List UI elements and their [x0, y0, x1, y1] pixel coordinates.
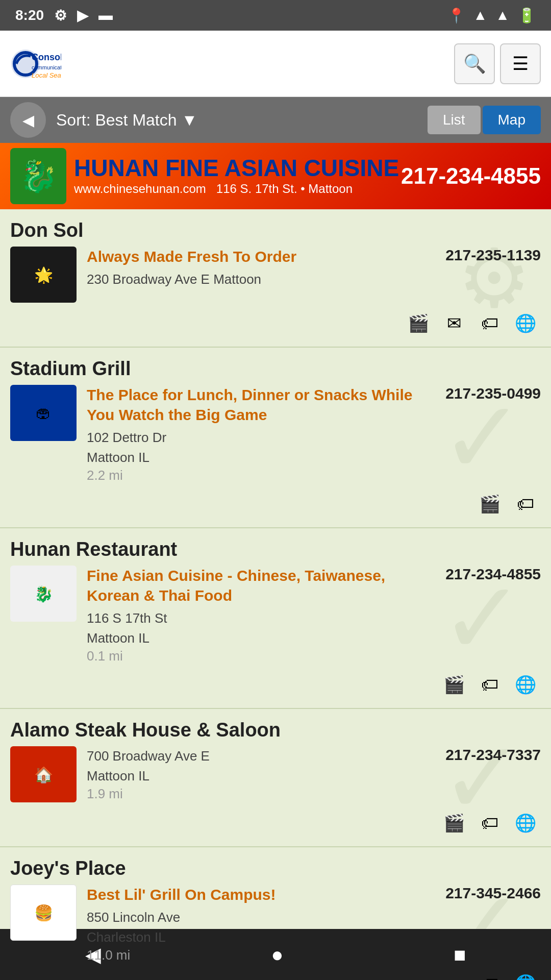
consolidated-logo: Consolidated communications Local Search	[10, 46, 61, 82]
tag-icon[interactable]: 🏷	[474, 807, 505, 838]
listing-item[interactable]: ⚙ Don Sol 🌟 Always Made Fresh To Order 2…	[0, 209, 551, 348]
listing-thumbnail: 🏠	[10, 746, 77, 802]
banner-ad[interactable]: 🐉 HUNAN FINE ASIAN CUISINE www.chinesehu…	[0, 143, 551, 209]
listing-name: Joey's Place	[10, 857, 541, 879]
listing-tagline: The Place for Lunch, Dinner or Snacks Wh…	[87, 385, 435, 425]
tag-icon[interactable]: 🏷	[510, 488, 541, 519]
listing-tagline: Best Lil' Grill On Campus!	[87, 885, 435, 904]
banner-address: www.chinesehunan.com 116 S. 17th St. • M…	[74, 182, 401, 196]
menu-button[interactable]: ☰	[500, 43, 541, 84]
header: Consolidated communications Local Search…	[0, 31, 551, 97]
globe-icon[interactable]: 🌐	[510, 968, 541, 980]
film-icon[interactable]: 🎬	[474, 488, 505, 519]
listing-info: Best Lil' Grill On Campus! 850 Lincoln A…	[87, 885, 435, 963]
svg-text:Local Search: Local Search	[32, 71, 61, 79]
listing-distance: 11.0 mi	[87, 947, 435, 963]
listing-distance: 0.1 mi	[87, 648, 435, 664]
listings-container: ⚙ Don Sol 🌟 Always Made Fresh To Order 2…	[0, 209, 551, 980]
listing-address: 116 S 17th StMattoon IL	[87, 608, 435, 648]
play-icon: ▶	[77, 7, 88, 24]
logo-area: Consolidated communications Local Search	[10, 46, 61, 82]
globe-icon[interactable]: 🌐	[510, 669, 541, 700]
back-icon: ◀	[22, 111, 34, 129]
listing-name: Hunan Restaurant	[10, 538, 541, 560]
header-actions: 🔍 ☰	[454, 43, 541, 84]
banner-text: HUNAN FINE ASIAN CUISINE www.chinesehuna…	[74, 156, 401, 196]
listing-thumbnail: 🍔	[10, 885, 77, 941]
svg-text:communications: communications	[32, 64, 61, 70]
listing-tagline: Always Made Fresh To Order	[87, 247, 435, 266]
listing-address: 230 Broadway Ave E Mattoon	[87, 270, 435, 289]
tag-icon[interactable]: 🏷	[474, 968, 505, 980]
globe-icon[interactable]: 🌐	[510, 308, 541, 338]
battery-icon: 🔋	[518, 7, 536, 24]
listing-name: Don Sol	[10, 219, 541, 241]
listing-phone[interactable]: 217-234-4855	[445, 566, 541, 583]
svg-text:Consolidated: Consolidated	[32, 52, 61, 62]
film-icon[interactable]: 🎬	[439, 669, 469, 700]
listing-thumbnail: 🌟	[10, 247, 77, 303]
banner-title: HUNAN FINE ASIAN CUISINE	[74, 156, 401, 180]
banner-dragon-icon: 🐉	[10, 148, 66, 204]
listing-phone[interactable]: 217-234-7337	[445, 746, 541, 764]
listing-distance: 2.2 mi	[87, 468, 435, 483]
listing-thumbnail: 🏟	[10, 385, 77, 441]
envelope-icon[interactable]: ✉	[439, 308, 469, 338]
listing-tagline: Fine Asian Cuisine - Chinese, Taiwanese,…	[87, 566, 435, 605]
listing-actions: 🎬🏷🌐	[10, 807, 541, 841]
listing-actions: 🎬🏷	[10, 488, 541, 522]
globe-icon[interactable]: 🌐	[510, 807, 541, 838]
listing-address: 700 Broadway Ave EMattoon IL	[87, 746, 435, 786]
listing-info: 700 Broadway Ave EMattoon IL 1.9 mi	[87, 746, 435, 802]
listing-info: Fine Asian Cuisine - Chinese, Taiwanese,…	[87, 566, 435, 664]
film-icon[interactable]: 🎬	[439, 807, 469, 838]
listing-name: Stadium Grill	[10, 358, 541, 380]
search-button[interactable]: 🔍	[454, 43, 495, 84]
signal-icon: ▲	[495, 7, 510, 23]
listing-actions: 🏷🌐	[10, 968, 541, 980]
listing-item[interactable]: ✓ Alamo Steak House & Saloon 🏠 700 Broad…	[0, 709, 551, 847]
status-time: 8:20	[15, 7, 44, 23]
sort-bar: ◀ Sort: Best Match ▼ List Map	[0, 97, 551, 143]
listing-name: Alamo Steak House & Saloon	[10, 719, 541, 741]
listing-phone[interactable]: 217-235-0499	[445, 385, 541, 402]
tag-icon[interactable]: 🏷	[474, 669, 505, 700]
listing-phone[interactable]: 217-235-1139	[445, 247, 541, 264]
map-view-button[interactable]: Map	[483, 106, 541, 134]
card-icon: ▬	[98, 7, 113, 23]
location-icon: 📍	[447, 7, 465, 24]
list-view-button[interactable]: List	[428, 106, 481, 134]
film-icon[interactable]: 🎬	[403, 308, 434, 338]
listing-address: 102 Dettro DrMattoon IL	[87, 428, 435, 468]
wifi-icon: ▲	[473, 7, 488, 23]
banner-phone[interactable]: 217-234-4855	[401, 163, 541, 189]
listing-distance: 1.9 mi	[87, 786, 435, 802]
sort-label[interactable]: Sort: Best Match ▼	[56, 111, 417, 130]
listing-info: The Place for Lunch, Dinner or Snacks Wh…	[87, 385, 435, 483]
listing-item[interactable]: ✓ Joey's Place 🍔 Best Lil' Grill On Camp…	[0, 847, 551, 980]
listing-item[interactable]: ✓ Hunan Restaurant 🐉 Fine Asian Cuisine …	[0, 528, 551, 709]
listing-address: 850 Lincoln AveCharleston IL	[87, 908, 435, 947]
listing-thumbnail: 🐉	[10, 566, 77, 622]
settings-icon: ⚙	[54, 7, 67, 24]
listing-info: Always Made Fresh To Order 230 Broadway …	[87, 247, 435, 303]
listing-actions: 🎬🏷🌐	[10, 669, 541, 703]
listing-actions: 🎬✉🏷🌐	[10, 308, 541, 341]
listing-phone[interactable]: 217-345-2466	[445, 885, 541, 902]
status-bar: 8:20 ⚙ ▶ ▬ 📍 ▲ ▲ 🔋	[0, 0, 551, 31]
back-button[interactable]: ◀	[10, 102, 46, 138]
tag-icon[interactable]: 🏷	[474, 308, 505, 338]
view-toggle: List Map	[428, 106, 541, 134]
listing-item[interactable]: ✓ Stadium Grill 🏟 The Place for Lunch, D…	[0, 348, 551, 528]
